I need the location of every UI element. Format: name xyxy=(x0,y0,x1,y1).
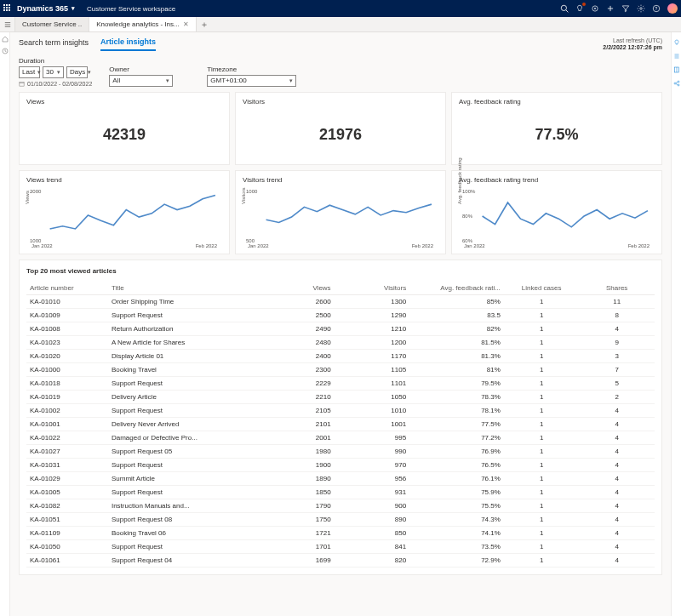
table-row[interactable]: KA-01019Delivery Article2210105078.3%12 xyxy=(26,390,655,403)
table-row[interactable]: KA-01109Booking Travel 06172185074.1%14 xyxy=(26,526,655,539)
search-icon[interactable] xyxy=(560,4,569,13)
duration-unit-select[interactable]: Days xyxy=(66,66,88,78)
top-articles-table-card: Top 20 most viewed articles Article numb… xyxy=(19,260,662,575)
cell-linked: 1 xyxy=(504,417,580,431)
table-title: Top 20 most viewed articles xyxy=(26,267,655,275)
col-rating[interactable]: Avg. feedback rati... xyxy=(409,282,504,295)
settings-icon[interactable] xyxy=(637,4,645,13)
cell-visitors: 841 xyxy=(335,539,410,553)
owner-select[interactable]: All xyxy=(109,75,173,87)
table-row[interactable]: KA-01009Support Request2500129083.518 xyxy=(26,308,655,322)
cell-views: 1900 xyxy=(259,458,335,471)
table-row[interactable]: KA-01029Summit Article189095676.1%14 xyxy=(26,471,655,485)
table-row[interactable]: KA-01023A New Article for Shares24801200… xyxy=(26,335,655,349)
card-title: Views trend xyxy=(26,176,222,184)
filter-icon[interactable] xyxy=(621,4,630,13)
timezone-select[interactable]: GMT+01:00 xyxy=(207,75,296,87)
share-icon[interactable] xyxy=(673,80,680,87)
cell-linked: 1 xyxy=(504,458,580,471)
tab-article-insights[interactable]: Article insights xyxy=(100,37,156,51)
table-row[interactable]: KA-01031Support Request190097076.5%14 xyxy=(26,458,655,471)
cell-views: 1721 xyxy=(259,526,335,539)
visitors-trend-card: Visitors trend 1000500 Visitors Jan 2022… xyxy=(235,170,446,254)
table-row[interactable]: KA-01002Support Request2105101078.1%14 xyxy=(26,403,655,417)
table-row[interactable]: KA-01010Order Shipping Time2600130085%11… xyxy=(26,294,655,308)
col-linked[interactable]: Linked cases xyxy=(504,282,580,295)
last-refresh-label: Last refresh (UTC) xyxy=(603,37,662,44)
cell-article: KA-01008 xyxy=(26,322,108,335)
app-launcher-icon[interactable] xyxy=(3,4,12,13)
col-shares[interactable]: Shares xyxy=(579,282,655,295)
cell-views: 2101 xyxy=(259,417,335,431)
cell-visitors: 900 xyxy=(335,499,410,512)
cell-rating: 81% xyxy=(409,362,504,376)
hamburger-icon[interactable] xyxy=(0,17,15,31)
book-icon[interactable] xyxy=(673,66,680,73)
cell-visitors: 956 xyxy=(335,471,410,485)
date-range-display: 01/10/2022 - 02/08/2022 xyxy=(19,81,92,87)
svg-rect-13 xyxy=(20,82,24,86)
cell-shares: 4 xyxy=(579,403,655,417)
table-row[interactable]: KA-01020Display Article 012400117081.3%1… xyxy=(26,349,655,362)
list-icon[interactable] xyxy=(673,53,680,60)
table-row[interactable]: KA-01050Support Request170184173.5%14 xyxy=(26,539,655,553)
help-icon[interactable]: ? xyxy=(652,4,661,13)
table-row[interactable]: KA-01051Support Request 08175089074.3%14 xyxy=(26,512,655,526)
cell-title: Instruction Manuals and... xyxy=(108,499,259,512)
brand-label[interactable]: Dynamics 365 ▾ xyxy=(17,4,75,13)
cell-linked: 1 xyxy=(504,335,580,349)
lightbulb-icon[interactable] xyxy=(673,39,680,46)
cell-shares: 4 xyxy=(579,526,655,539)
cell-visitors: 1290 xyxy=(335,308,410,322)
table-row[interactable]: KA-01008Return Authorization2490121082%1… xyxy=(26,322,655,335)
user-avatar[interactable] xyxy=(667,3,678,14)
cell-title: Support Request 04 xyxy=(108,553,259,567)
tab-knowledge-analytics[interactable]: Knowledge analytics - Ins... ✕ xyxy=(89,17,196,31)
cell-views: 1790 xyxy=(259,499,335,512)
cell-linked: 1 xyxy=(504,308,580,322)
tab-search-term-insights[interactable]: Search term insights xyxy=(19,38,89,50)
cell-shares: 3 xyxy=(579,349,655,362)
col-article[interactable]: Article number xyxy=(26,282,108,295)
rating-kpi-card: Avg. feedback rating 77.5% xyxy=(451,92,662,165)
home-icon[interactable] xyxy=(2,36,9,43)
table-row[interactable]: KA-01061Support Request 04169982072.9%14 xyxy=(26,553,655,567)
col-visitors[interactable]: Visitors xyxy=(335,282,410,295)
brand-text: Dynamics 365 xyxy=(17,4,68,13)
cell-article: KA-01001 xyxy=(26,417,108,431)
table-row[interactable]: KA-01001Delivery Never Arrived2101100177… xyxy=(26,417,655,431)
duration-mode-select[interactable]: Last xyxy=(19,66,40,78)
clock-icon[interactable] xyxy=(2,48,9,54)
lightbulb-icon[interactable] xyxy=(575,4,584,13)
table-row[interactable]: KA-01018Support Request2229110179.5%15 xyxy=(26,376,655,390)
table-row[interactable]: KA-01082Instruction Manuals and...179090… xyxy=(26,499,655,512)
cell-shares: 4 xyxy=(579,485,655,499)
cell-shares: 5 xyxy=(579,376,655,390)
cell-shares: 4 xyxy=(579,444,655,458)
table-row[interactable]: KA-01022Damaged or Defective Pro...20019… xyxy=(26,431,655,444)
cell-title: Order Shipping Time xyxy=(108,294,259,308)
report-tabs: Search term insights Article insights La… xyxy=(10,32,671,52)
table-row[interactable]: KA-01027Support Request 05198099076.9%14 xyxy=(26,444,655,458)
col-views[interactable]: Views xyxy=(259,282,335,295)
table-row[interactable]: KA-01005Support Request185093175.9%14 xyxy=(26,485,655,499)
cell-linked: 1 xyxy=(504,444,580,458)
cell-article: KA-01051 xyxy=(26,512,108,526)
table-row[interactable]: KA-01000Booking Travel2300110581%17 xyxy=(26,362,655,376)
last-refresh-value: 2/2/2022 12:07:26 pm xyxy=(603,44,662,51)
close-icon[interactable]: ✕ xyxy=(183,20,189,28)
cell-title: Booking Travel xyxy=(108,362,259,376)
plus-icon[interactable] xyxy=(606,4,615,13)
tab-customer-service[interactable]: Customer Service .. xyxy=(15,17,89,31)
svg-point-6 xyxy=(640,8,643,10)
target-icon[interactable] xyxy=(591,4,599,13)
cell-visitors: 1200 xyxy=(335,335,410,349)
cell-linked: 1 xyxy=(504,349,580,362)
col-title[interactable]: Title xyxy=(108,282,259,295)
duration-number-select[interactable]: 30 xyxy=(43,66,64,78)
cell-rating: 77.5% xyxy=(409,417,504,431)
cell-article: KA-01020 xyxy=(26,349,108,362)
cell-rating: 72.9% xyxy=(409,553,504,567)
new-tab-button[interactable]: ＋ xyxy=(197,17,212,31)
cell-shares: 9 xyxy=(579,335,655,349)
